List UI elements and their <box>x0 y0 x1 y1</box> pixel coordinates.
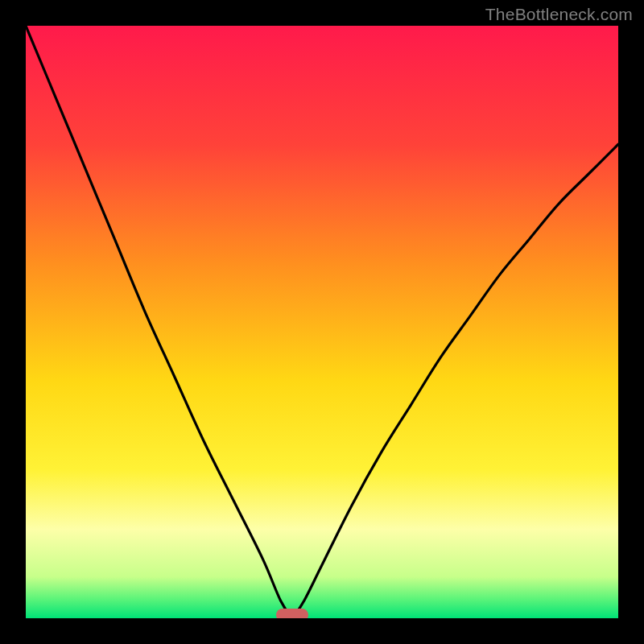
background-gradient <box>26 26 618 618</box>
chart-frame: TheBottleneck.com <box>0 0 644 644</box>
watermark-text: TheBottleneck.com <box>485 5 633 24</box>
optimal-marker <box>276 609 308 618</box>
svg-rect-0 <box>26 26 618 618</box>
plot-area <box>26 26 618 618</box>
